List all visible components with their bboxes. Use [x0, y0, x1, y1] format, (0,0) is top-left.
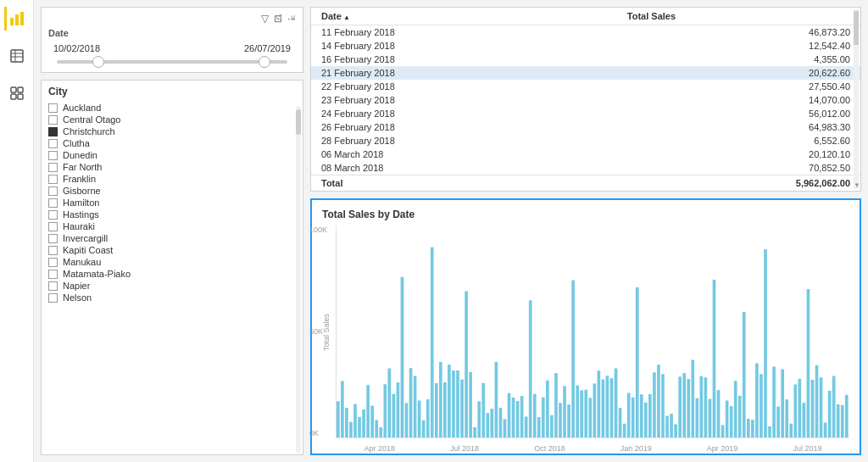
- table-row[interactable]: 16 February 20184,355.00: [311, 53, 860, 66]
- city-checkbox[interactable]: [48, 270, 58, 279]
- city-checkbox[interactable]: [48, 293, 58, 303]
- svg-rect-94: [691, 360, 694, 437]
- city-item[interactable]: Hamilton: [48, 198, 296, 208]
- svg-rect-0: [10, 18, 14, 25]
- svg-rect-71: [593, 383, 597, 437]
- table-row[interactable]: 08 March 201870,852.50: [311, 161, 860, 175]
- svg-rect-24: [392, 394, 396, 437]
- svg-rect-99: [713, 280, 716, 437]
- city-scrollbar[interactable]: [296, 106, 301, 453]
- city-checkbox[interactable]: [48, 210, 58, 220]
- chart-x-labels: Apr 2018Jul 2018Oct 2018Jan 2019Apr 2019…: [337, 444, 849, 453]
- svg-rect-3: [11, 50, 23, 62]
- city-checkbox[interactable]: [48, 258, 58, 267]
- svg-rect-19: [370, 406, 374, 438]
- svg-rect-78: [623, 424, 626, 437]
- city-checkbox[interactable]: [48, 127, 58, 136]
- total-sales-column-header[interactable]: Total Sales: [617, 8, 860, 25]
- city-checkbox[interactable]: [48, 281, 58, 291]
- city-item[interactable]: Kapiti Coast: [48, 245, 296, 255]
- svg-rect-26: [401, 277, 404, 437]
- city-checkbox[interactable]: [48, 139, 58, 148]
- svg-rect-119: [798, 379, 802, 437]
- city-checkbox[interactable]: [48, 151, 58, 160]
- svg-rect-100: [717, 390, 721, 437]
- city-checkbox[interactable]: [48, 163, 58, 172]
- sales-table: Date Total Sales 11 February 201846,873.…: [311, 8, 860, 191]
- table-row[interactable]: 06 March 201820,120.10: [311, 148, 860, 161]
- svg-rect-73: [602, 379, 605, 437]
- table-scroll-down[interactable]: ▼: [854, 181, 859, 189]
- city-checkbox[interactable]: [48, 115, 58, 125]
- svg-rect-28: [409, 368, 413, 437]
- date-column-header[interactable]: Date: [311, 8, 617, 25]
- table-row[interactable]: 28 February 20186,552.60: [311, 134, 860, 148]
- svg-rect-8: [18, 87, 23, 92]
- city-scrollbar-thumb[interactable]: [296, 109, 301, 135]
- svg-rect-16: [358, 417, 361, 437]
- table-sidebar-icon[interactable]: [5, 44, 29, 68]
- svg-rect-128: [837, 404, 840, 437]
- table-row[interactable]: 26 February 201864,983.30: [311, 120, 860, 134]
- city-item[interactable]: Invercargill: [48, 233, 296, 243]
- right-panel: ▲ Date Total Sales 11 February 201846,87…: [310, 7, 861, 455]
- city-checkbox[interactable]: [48, 103, 58, 113]
- slicer-handle-left[interactable]: [92, 56, 104, 68]
- table-row[interactable]: 23 February 201814,070.00: [311, 93, 860, 107]
- city-checkbox[interactable]: [48, 234, 58, 243]
- city-item[interactable]: Hauraki: [48, 221, 296, 231]
- table-date-cell: 11 February 2018: [311, 25, 617, 40]
- slicer-handle-right[interactable]: [259, 56, 270, 68]
- svg-rect-10: [18, 94, 23, 99]
- city-checkbox[interactable]: [48, 186, 58, 196]
- city-checkbox[interactable]: [48, 222, 58, 231]
- table-row[interactable]: 22 February 201827,550.40: [311, 80, 860, 93]
- svg-rect-23: [388, 369, 392, 437]
- svg-rect-1: [15, 14, 19, 25]
- table-date-cell: 28 February 2018: [311, 134, 617, 148]
- city-checkbox[interactable]: [48, 175, 58, 184]
- city-name: Hastings: [63, 209, 99, 220]
- table-date-cell: 26 February 2018: [311, 120, 617, 134]
- city-item[interactable]: Gisborne: [48, 186, 296, 196]
- sidebar: [0, 0, 34, 462]
- city-item[interactable]: Matamata-Piako: [48, 269, 296, 279]
- city-item[interactable]: Franklin: [48, 174, 296, 184]
- city-item[interactable]: Dunedin: [48, 150, 296, 160]
- slicer-reset-icon[interactable]: ↺: [275, 13, 282, 22]
- svg-rect-111: [764, 249, 767, 437]
- city-item[interactable]: Napier: [48, 281, 296, 291]
- table-scrollbar-thumb[interactable]: [854, 11, 859, 45]
- svg-rect-70: [588, 398, 592, 437]
- filter-icon[interactable]: ▽: [261, 13, 269, 25]
- table-row[interactable]: 14 February 201812,542.40: [311, 39, 860, 53]
- svg-rect-43: [473, 427, 476, 437]
- table-row[interactable]: 24 February 201856,012.00: [311, 107, 860, 120]
- table-scrollbar[interactable]: [854, 9, 859, 189]
- slicer-start-date: 10/02/2018: [53, 43, 100, 53]
- slicer-chevron-icon[interactable]: ∨: [290, 13, 296, 22]
- city-item[interactable]: Clutha: [48, 138, 296, 148]
- table-row[interactable]: 11 February 201846,873.20: [311, 25, 860, 40]
- svg-rect-93: [687, 379, 690, 437]
- city-checkbox[interactable]: [48, 198, 58, 208]
- city-item[interactable]: Auckland: [48, 103, 296, 113]
- city-item[interactable]: Central Otago: [48, 114, 296, 125]
- svg-rect-95: [696, 398, 699, 437]
- table-sales-cell: 46,873.20: [617, 25, 860, 40]
- svg-rect-39: [456, 370, 459, 437]
- svg-rect-66: [571, 281, 575, 437]
- layers-sidebar-icon[interactable]: [5, 81, 29, 105]
- bar-chart-sidebar-icon[interactable]: [4, 7, 28, 31]
- city-item[interactable]: Manukau: [48, 257, 296, 267]
- city-name: Manukau: [63, 257, 101, 267]
- table-row[interactable]: 21 February 201820,622.60: [311, 66, 860, 80]
- city-item[interactable]: Christchurch: [48, 126, 296, 136]
- city-checkbox[interactable]: [48, 246, 58, 255]
- table-sales-cell: 4,355.00: [617, 53, 860, 66]
- city-item[interactable]: Hastings: [48, 209, 296, 220]
- city-item[interactable]: Far North: [48, 162, 296, 172]
- city-item[interactable]: Nelson: [48, 292, 296, 303]
- svg-rect-31: [422, 420, 426, 437]
- chart-plot-area: 100K50K0K Apr 2018Jul 2018Oct 2018Jan 20…: [336, 225, 849, 438]
